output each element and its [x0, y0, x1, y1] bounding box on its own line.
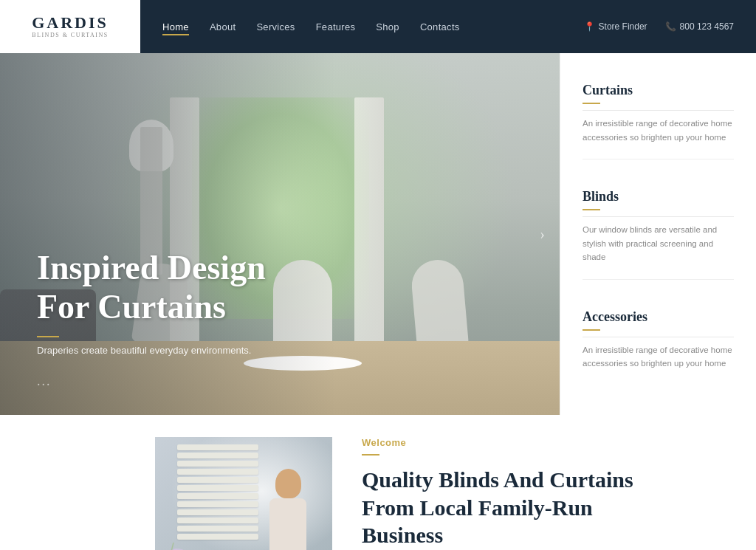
blind-slat	[177, 501, 258, 507]
panel-curtains: Curtains An irresistible range of decora…	[583, 83, 734, 159]
slide-arrow-right[interactable]: ›	[540, 226, 545, 243]
hero-content: Inspired Design For Curtains Draperies c…	[37, 249, 317, 356]
hero-dots: ···	[37, 377, 52, 393]
nav-links: Home About Services Features Shop Contac…	[162, 20, 460, 33]
phone-icon: 📞	[665, 21, 676, 32]
panel-blinds-divider	[583, 216, 734, 217]
panel-blinds: Blinds Our window blinds are versatile a…	[583, 189, 734, 279]
panel-curtains-text: An irresistible range of decorative home…	[583, 117, 734, 144]
person-head	[275, 469, 301, 498]
dot-indicator[interactable]: ···	[37, 377, 52, 393]
panel-curtains-accent	[583, 103, 600, 104]
location-icon: 📍	[584, 21, 595, 32]
welcome-label: Welcome	[362, 437, 726, 448]
logo-sub: Blinds & Curtains	[32, 32, 109, 38]
panel-accessories-text: An irresistible range of decorative home…	[583, 343, 734, 371]
navbar: GARDIS Blinds & Curtains Home About Serv…	[0, 0, 756, 53]
blind-slat	[177, 493, 258, 499]
nav-item-contacts[interactable]: Contacts	[420, 20, 460, 33]
person-silhouette	[258, 469, 317, 550]
hero-section: Inspired Design For Curtains Draperies c…	[0, 53, 560, 415]
hero-accent-line	[37, 336, 59, 337]
blind-slat	[177, 453, 258, 458]
nav-main: Home About Services Features Shop Contac…	[140, 0, 756, 53]
panel-blinds-accent	[583, 209, 600, 210]
person-body	[269, 498, 306, 550]
panel-accessories-title: Accessories	[583, 309, 734, 325]
blind-slat	[177, 485, 258, 491]
store-finder[interactable]: 📍 Store Finder	[584, 21, 647, 32]
welcome-title: Quality Blinds And Curtains From Local F…	[362, 466, 726, 549]
hero-subtitle: Draperies create beautiful everyday envi…	[37, 345, 317, 356]
bottom-text-area: Welcome Quality Blinds And Curtains From…	[332, 437, 756, 549]
bottom-image	[155, 437, 332, 550]
panel-accessories: Accessories An irresistible range of dec…	[583, 309, 734, 385]
right-sidebar: Curtains An irresistible range of decora…	[560, 53, 756, 415]
svg-point-11	[171, 546, 191, 550]
panel-accessories-divider	[583, 337, 734, 337]
panel-curtains-divider	[583, 110, 734, 111]
bottom-flower-svg	[155, 513, 214, 550]
svg-line-12	[166, 543, 173, 550]
logo[interactable]: GARDIS Blinds & Curtains	[0, 0, 140, 53]
welcome-accent	[362, 454, 379, 456]
panel-accessories-accent	[583, 329, 600, 331]
phone-number[interactable]: 📞 800 123 4567	[665, 21, 734, 32]
panel-curtains-title: Curtains	[583, 83, 734, 98]
blind-slat	[177, 477, 258, 483]
nav-item-shop[interactable]: Shop	[376, 20, 399, 33]
panel-blinds-title: Blinds	[583, 189, 734, 204]
nav-item-services[interactable]: Services	[256, 20, 295, 33]
nav-right: 📍 Store Finder 📞 800 123 4567	[584, 21, 734, 32]
hero-title: Inspired Design For Curtains	[37, 249, 317, 327]
nav-item-home[interactable]: Home	[162, 20, 189, 33]
nav-item-about[interactable]: About	[210, 20, 236, 33]
bottom-section: Welcome Quality Blinds And Curtains From…	[0, 415, 756, 550]
logo-name: GARDIS	[32, 15, 109, 31]
blind-slat	[177, 461, 258, 467]
nav-item-features[interactable]: Features	[316, 20, 356, 33]
blind-slat	[177, 444, 258, 450]
blind-slat	[177, 469, 258, 475]
hero-overlay	[0, 53, 560, 415]
panel-blinds-text: Our window blinds are versatile and styl…	[583, 223, 734, 264]
